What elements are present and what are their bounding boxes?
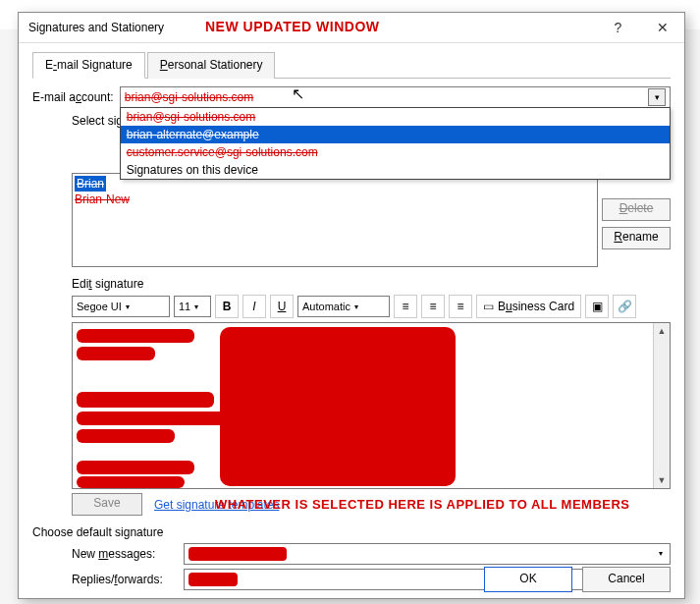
dropdown-option[interactable]: Signatures on this device [121, 161, 670, 179]
annotation-new-window: NEW UPDATED WINDOW [205, 19, 380, 34]
annotation-default-note: WHATEVER IS SELECTED HERE IS APPLIED TO … [215, 497, 630, 512]
card-icon: ▭ [483, 300, 494, 313]
email-account-label: E-mail account: [32, 90, 114, 104]
align-center-button[interactable]: ≡ [421, 295, 445, 318]
align-left-button[interactable]: ≡ [394, 295, 417, 318]
formatting-toolbar: Segoe UI▾ 11▾ B I U Automatic▾ ≡ ≡ ≡ ▭ B… [72, 295, 671, 318]
font-color-combo[interactable]: Automatic▾ [297, 296, 390, 317]
default-signature-label: Choose default signature [32, 525, 671, 539]
close-button[interactable]: ✕ [640, 13, 684, 42]
signature-listbox[interactable]: Brian Brian-New [72, 173, 598, 267]
signature-editor[interactable]: ▲ ▼ [72, 322, 671, 489]
tab-strip: E-mail Signature Personal Stationery [32, 51, 671, 79]
font-combo[interactable]: Segoe UI▾ [72, 296, 170, 317]
rename-button[interactable]: Rename [602, 227, 671, 249]
ok-button[interactable]: OK [484, 567, 572, 592]
edit-signature-label: Edit signature [72, 277, 671, 291]
cancel-button[interactable]: Cancel [582, 567, 671, 592]
email-account-select[interactable]: brian@sgi-solutions.com ▾ ↖ brian@sgi-so… [120, 86, 671, 108]
scroll-up-icon[interactable]: ▲ [654, 323, 670, 339]
new-messages-combo[interactable]: ▾ [184, 543, 671, 565]
list-item[interactable]: Brian-New [75, 192, 130, 206]
scroll-down-icon[interactable]: ▼ [654, 472, 670, 488]
dropdown-option[interactable]: brian-alternate@example [121, 126, 670, 143]
signatures-dialog: Signatures and Stationery ? ✕ NEW UPDATE… [18, 12, 685, 599]
email-account-value: brian@sgi-solutions.com [125, 90, 648, 104]
dropdown-option[interactable]: customer.service@sgi-solutions.com [121, 143, 670, 161]
business-card-button[interactable]: ▭ Business Card [476, 295, 581, 318]
chevron-down-icon[interactable]: ▾ [648, 88, 666, 106]
delete-button[interactable]: Delete [602, 198, 671, 221]
italic-button[interactable]: I [242, 295, 266, 318]
replies-forwards-label: Replies/forwards: [72, 573, 178, 586]
dialog-body: E-mail Signature Personal Stationery E-m… [19, 43, 684, 604]
dropdown-option[interactable]: brian@sgi-solutions.com [121, 108, 670, 126]
save-button[interactable]: Save [72, 493, 142, 516]
email-account-dropdown[interactable]: brian@sgi-solutions.com brian-alternate@… [120, 107, 671, 180]
help-button[interactable]: ? [596, 13, 640, 42]
signature-button-column: Delete Rename [602, 198, 671, 249]
chevron-down-icon[interactable]: ▾ [654, 546, 668, 560]
dialog-footer: OK Cancel [484, 567, 671, 592]
underline-button[interactable]: U [270, 295, 294, 318]
editor-scrollbar[interactable]: ▲ ▼ [653, 323, 670, 488]
tab-email-signature[interactable]: E-mail Signature [32, 52, 145, 79]
bold-button[interactable]: B [215, 295, 239, 318]
list-item[interactable]: Brian [75, 176, 106, 192]
font-size-combo[interactable]: 11▾ [174, 296, 211, 317]
insert-image-button[interactable]: ▣ [585, 295, 609, 318]
insert-link-button[interactable]: 🔗 [613, 295, 636, 318]
email-account-row: E-mail account: brian@sgi-solutions.com … [32, 86, 671, 108]
dialog-title: Signatures and Stationery [28, 21, 164, 34]
new-messages-label: New messages: [72, 547, 178, 561]
tab-personal-stationery[interactable]: Personal Stationery [147, 52, 276, 79]
align-right-button[interactable]: ≡ [449, 295, 472, 318]
